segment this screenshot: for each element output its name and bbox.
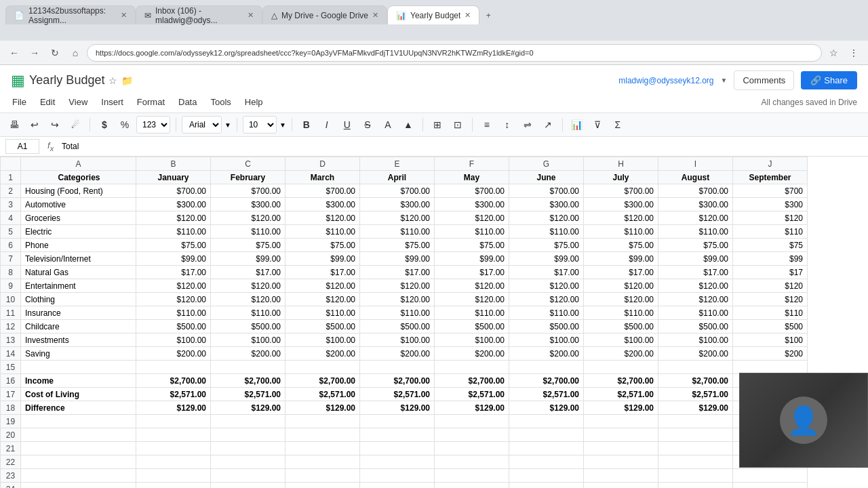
cell-5-4[interactable]: $110.00 [360,225,435,239]
row-number-8[interactable]: 8 [1,266,21,279]
cell-4-8[interactable]: $120.00 [658,211,733,225]
cell-11-8[interactable]: $110.00 [658,306,733,320]
row-number-9[interactable]: 9 [1,279,21,293]
cell-10-9[interactable]: $120 [733,293,808,306]
cell-7-2[interactable]: $99.00 [211,252,285,266]
cell-20-2[interactable] [211,428,285,442]
cell-20-8[interactable] [658,428,733,442]
address-bar[interactable] [87,44,822,62]
cell-2-2[interactable]: $700.00 [211,184,285,198]
cell-21-2[interactable] [211,442,285,455]
cell-12-7[interactable]: $500.00 [584,320,658,333]
cell-3-6[interactable]: $300.00 [509,198,584,211]
cell-17-8[interactable]: $2,571.00 [658,388,733,401]
cell-2-5[interactable]: $700.00 [435,184,509,198]
col-header-A[interactable]: A [21,157,136,171]
cell-6-7[interactable]: $75.00 [584,239,658,252]
cell-2-9[interactable]: $700 [733,184,808,198]
row-number-3[interactable]: 3 [1,198,21,211]
cell-16-6[interactable]: $2,700.00 [509,374,584,388]
cell-22-7[interactable] [584,455,658,469]
row-number-11[interactable]: 11 [1,306,21,320]
cell-2-4[interactable]: $700.00 [360,184,435,198]
cell-20-6[interactable] [509,428,584,442]
cell-10-0[interactable]: Clothing [21,293,136,306]
cell-3-9[interactable]: $300 [733,198,808,211]
row-number-6[interactable]: 6 [1,239,21,252]
cell-22-8[interactable] [658,455,733,469]
cell-15-4[interactable] [360,361,435,374]
print-button[interactable]: 🖶 [5,116,23,134]
cell-15-2[interactable] [211,361,285,374]
cell-7-4[interactable]: $99.00 [360,252,435,266]
col-header-G[interactable]: G [509,157,584,171]
cell-10-4[interactable]: $120.00 [360,293,435,306]
cell-23-3[interactable] [285,469,360,483]
italic-button[interactable]: I [318,116,336,134]
cell-6-3[interactable]: $75.00 [285,239,360,252]
cell-13-9[interactable]: $100 [733,333,808,347]
cell-23-9[interactable] [733,469,808,483]
cell-11-2[interactable]: $110.00 [211,306,285,320]
cell-15-9[interactable] [733,361,808,374]
cell-19-2[interactable] [211,415,285,428]
cell-24-9[interactable] [733,483,808,489]
rotate-button[interactable]: ↗ [539,116,557,134]
cell-18-5[interactable]: $129.00 [435,401,509,415]
cell-1-9[interactable]: September [733,171,808,184]
cell-14-5[interactable]: $200.00 [435,347,509,361]
cell-8-3[interactable]: $17.00 [285,266,360,279]
cell-17-1[interactable]: $2,571.00 [136,388,211,401]
cell-19-5[interactable] [435,415,509,428]
cell-18-7[interactable]: $129.00 [584,401,658,415]
cell-11-1[interactable]: $110.00 [136,306,211,320]
col-header-I[interactable]: I [658,157,733,171]
col-header-D[interactable]: D [285,157,360,171]
cell-22-4[interactable] [360,455,435,469]
cell-10-3[interactable]: $120.00 [285,293,360,306]
cell-14-8[interactable]: $200.00 [658,347,733,361]
folder-icon[interactable]: 📁 [121,75,133,86]
cell-7-9[interactable]: $99 [733,252,808,266]
cell-12-9[interactable]: $500 [733,320,808,333]
row-number-15[interactable]: 15 [1,361,21,374]
cell-13-0[interactable]: Investments [21,333,136,347]
cell-3-8[interactable]: $300.00 [658,198,733,211]
text-color-button[interactable]: A [379,116,397,134]
cell-4-0[interactable]: Groceries [21,211,136,225]
cell-9-1[interactable]: $120.00 [136,279,211,293]
cell-8-9[interactable]: $17 [733,266,808,279]
cell-8-2[interactable]: $17.00 [211,266,285,279]
back-button[interactable]: ← [5,44,23,62]
cell-20-1[interactable] [136,428,211,442]
browser-tab-4[interactable]: 📊 Yearly Budget ✕ [387,5,479,24]
cell-11-9[interactable]: $110 [733,306,808,320]
cell-17-7[interactable]: $2,571.00 [584,388,658,401]
cell-13-1[interactable]: $100.00 [136,333,211,347]
menu-data[interactable]: Data [177,94,198,110]
cell-24-5[interactable] [435,483,509,489]
cell-16-7[interactable]: $2,700.00 [584,374,658,388]
cell-10-6[interactable]: $120.00 [509,293,584,306]
cell-12-5[interactable]: $500.00 [435,320,509,333]
cell-21-5[interactable] [435,442,509,455]
cell-4-3[interactable]: $120.00 [285,211,360,225]
cell-20-4[interactable] [360,428,435,442]
cell-14-6[interactable]: $200.00 [509,347,584,361]
cell-20-0[interactable] [21,428,136,442]
cell-1-4[interactable]: April [360,171,435,184]
cell-7-0[interactable]: Television/Internet [21,252,136,266]
cell-19-0[interactable] [21,415,136,428]
cell-16-2[interactable]: $2,700.00 [211,374,285,388]
col-header-J[interactable]: J [733,157,808,171]
cell-2-6[interactable]: $700.00 [509,184,584,198]
cell-24-3[interactable] [285,483,360,489]
cell-20-3[interactable] [285,428,360,442]
cell-24-1[interactable] [136,483,211,489]
cell-11-0[interactable]: Insurance [21,306,136,320]
cell-9-2[interactable]: $120.00 [211,279,285,293]
user-dropdown[interactable]: ▼ [721,77,728,84]
row-number-14[interactable]: 14 [1,347,21,361]
cell-14-4[interactable]: $200.00 [360,347,435,361]
cell-19-6[interactable] [509,415,584,428]
